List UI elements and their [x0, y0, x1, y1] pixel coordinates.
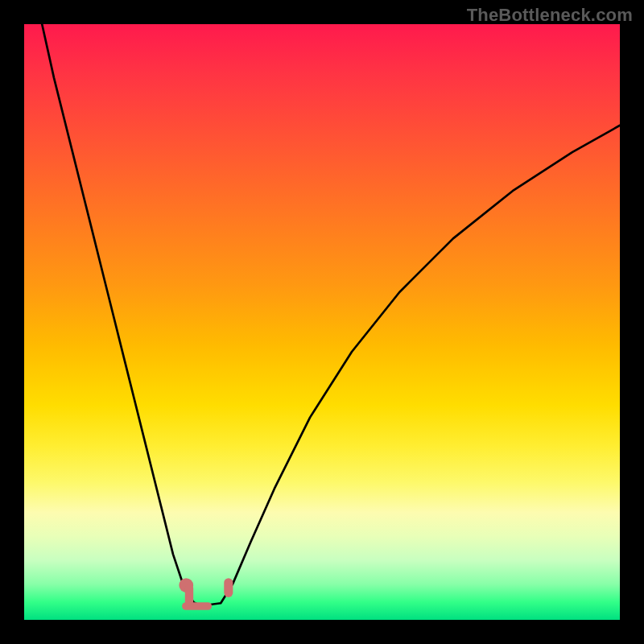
- watermark-text: TheBottleneck.com: [467, 5, 633, 26]
- chart-frame: TheBottleneck.com: [0, 0, 644, 644]
- bottom-left-vertical: [185, 584, 193, 606]
- bottleneck-curve: [42, 24, 620, 607]
- chart-svg: [24, 24, 620, 620]
- plot-area: [24, 24, 620, 620]
- right-edge-marker: [224, 578, 233, 597]
- marker-group: [179, 578, 233, 610]
